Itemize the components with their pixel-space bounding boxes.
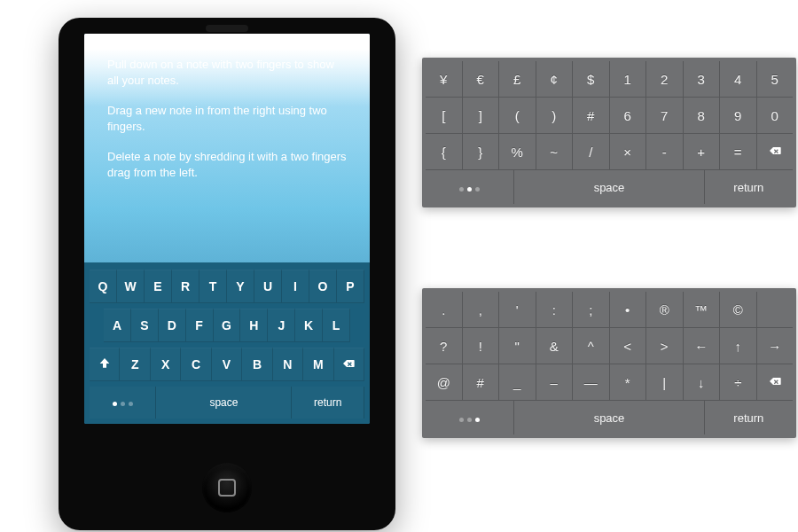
letter-key-w[interactable]: W: [117, 270, 145, 303]
symbol-key[interactable]: ^: [572, 328, 609, 364]
letter-key-n[interactable]: N: [273, 348, 303, 381]
return-key[interactable]: return: [704, 401, 793, 434]
letter-key-k[interactable]: K: [295, 309, 323, 342]
symbol-key[interactable]: [: [426, 98, 462, 133]
symbol-key[interactable]: ™: [683, 292, 720, 327]
symbol-key[interactable]: ): [536, 98, 573, 133]
symbol-key[interactable]: 8: [683, 98, 720, 133]
letter-key-r[interactable]: R: [172, 270, 200, 303]
symbol-key[interactable]: ;: [572, 292, 609, 327]
symbol-key[interactable]: -: [645, 134, 683, 169]
symbol-key[interactable]: ¢: [536, 61, 573, 97]
letter-key-f[interactable]: F: [186, 309, 214, 342]
symbol-key[interactable]: $: [572, 61, 609, 97]
return-key[interactable]: return: [292, 387, 364, 419]
symbol-key[interactable]: •: [609, 292, 646, 327]
letter-key-y[interactable]: Y: [227, 270, 254, 303]
letter-key-e[interactable]: E: [145, 270, 172, 303]
symbol-key[interactable]: 3: [683, 61, 720, 97]
space-key[interactable]: space: [513, 170, 703, 204]
symbol-key[interactable]: ": [498, 328, 536, 364]
symbol-key[interactable]: →: [756, 328, 794, 364]
letter-key-a[interactable]: A: [104, 309, 131, 342]
symbol-key[interactable]: ÷: [719, 364, 756, 400]
symbol-key[interactable]: >: [645, 328, 683, 364]
letter-key-p[interactable]: P: [337, 270, 364, 303]
symbol-key[interactable]: ×: [609, 134, 646, 169]
letter-key-c[interactable]: C: [181, 348, 211, 381]
space-key[interactable]: space: [156, 387, 292, 419]
symbol-key[interactable]: ©: [719, 292, 756, 327]
page-dots-icon: [111, 396, 135, 409]
space-key[interactable]: space: [513, 401, 703, 434]
symbol-key[interactable]: .: [426, 292, 462, 327]
delete-key[interactable]: [334, 348, 364, 381]
keyboard-page-indicator[interactable]: [426, 170, 513, 204]
symbol-key[interactable]: ↓: [683, 364, 720, 400]
symbol-key[interactable]: {: [426, 134, 462, 169]
symbol-key[interactable]: ,: [462, 292, 499, 327]
symbol-key[interactable]: ®: [645, 292, 683, 327]
symbol-key[interactable]: _: [498, 364, 536, 400]
home-button[interactable]: [202, 463, 252, 512]
symbol-key[interactable]: 2: [645, 61, 683, 97]
letter-key-d[interactable]: D: [159, 309, 186, 342]
letter-key-i[interactable]: I: [282, 270, 309, 303]
symbol-key[interactable]: 9: [719, 98, 756, 133]
symbol-key[interactable]: ¥: [426, 61, 462, 97]
symbol-key[interactable]: /: [572, 134, 609, 169]
page-dots-icon: [458, 411, 481, 425]
symbol-key[interactable]: ?: [426, 328, 462, 364]
symbol-key[interactable]: 5: [756, 61, 794, 97]
letter-key-m[interactable]: M: [303, 348, 333, 381]
symbol-key[interactable]: —: [572, 364, 609, 400]
symbol-key[interactable]: £: [498, 61, 536, 97]
symbol-key[interactable]: :: [536, 292, 573, 327]
letter-key-b[interactable]: B: [242, 348, 272, 381]
symbol-key[interactable]: 0: [756, 98, 794, 133]
symbol-key[interactable]: #: [572, 98, 609, 133]
symbol-key[interactable]: ↑: [719, 328, 756, 364]
letter-key-o[interactable]: O: [309, 270, 337, 303]
delete-key[interactable]: [756, 364, 794, 400]
letter-key-j[interactable]: J: [268, 309, 295, 342]
letter-key-l[interactable]: L: [323, 309, 350, 342]
symbol-key[interactable]: <: [609, 328, 646, 364]
symbol-key[interactable]: *: [609, 364, 646, 400]
symbol-key[interactable]: #: [462, 364, 499, 400]
letter-key-g[interactable]: G: [214, 309, 241, 342]
symbol-key[interactable]: (: [498, 98, 536, 133]
symbol-key[interactable]: |: [645, 364, 683, 400]
letter-key-h[interactable]: H: [240, 309, 268, 342]
symbol-key[interactable]: 4: [719, 61, 756, 97]
symbol-key[interactable]: !: [462, 328, 499, 364]
letter-key-q[interactable]: Q: [90, 270, 117, 303]
letter-key-s[interactable]: S: [131, 309, 159, 342]
symbol-key[interactable]: €: [462, 61, 499, 97]
letter-key-u[interactable]: U: [254, 270, 282, 303]
shift-key[interactable]: [90, 348, 120, 381]
symbol-key[interactable]: @: [426, 364, 462, 400]
letter-key-z[interactable]: Z: [120, 348, 150, 381]
symbol-key[interactable]: –: [536, 364, 573, 400]
symbol-key[interactable]: ': [498, 292, 536, 327]
symbol-key[interactable]: }: [462, 134, 499, 169]
symbol-key[interactable]: 6: [609, 98, 646, 133]
symbol-key[interactable]: =: [719, 134, 756, 169]
delete-key[interactable]: [756, 134, 794, 169]
letter-key-x[interactable]: X: [151, 348, 181, 381]
symbol-key[interactable]: ~: [536, 134, 573, 169]
symbol-key[interactable]: 1: [609, 61, 646, 97]
apple-key[interactable]: [756, 292, 794, 327]
letter-key-t[interactable]: T: [200, 270, 227, 303]
symbol-key[interactable]: 7: [645, 98, 683, 133]
symbol-key[interactable]: &: [536, 328, 573, 364]
symbol-key[interactable]: ←: [683, 328, 720, 364]
keyboard-page-indicator[interactable]: [426, 401, 513, 434]
symbol-key[interactable]: %: [498, 134, 536, 169]
keyboard-page-indicator[interactable]: [90, 387, 156, 419]
return-key[interactable]: return: [704, 170, 793, 204]
symbol-key[interactable]: +: [683, 134, 720, 169]
symbol-key[interactable]: ]: [462, 98, 499, 133]
letter-key-v[interactable]: V: [212, 348, 242, 381]
